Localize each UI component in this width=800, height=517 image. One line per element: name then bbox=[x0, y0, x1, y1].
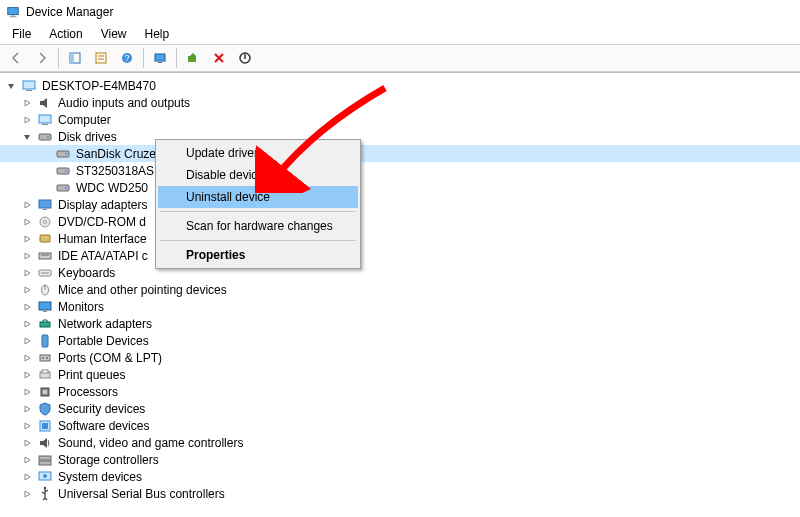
tree-category-monitors[interactable]: Monitors bbox=[0, 298, 800, 315]
monitors-icon bbox=[37, 299, 53, 315]
menu-action[interactable]: Action bbox=[41, 25, 90, 43]
collapse-icon[interactable] bbox=[20, 130, 34, 144]
expand-icon[interactable] bbox=[20, 436, 34, 450]
tree-category-ide[interactable]: IDE ATA/ATAPI c bbox=[0, 247, 800, 264]
ctx-uninstall-device[interactable]: Uninstall device bbox=[158, 186, 358, 208]
svg-rect-11 bbox=[158, 62, 162, 63]
processors-icon bbox=[37, 384, 53, 400]
uninstall-button[interactable] bbox=[207, 46, 231, 70]
forward-button[interactable] bbox=[30, 46, 54, 70]
svg-rect-49 bbox=[42, 423, 48, 429]
expand-icon[interactable] bbox=[20, 300, 34, 314]
audio-icon bbox=[37, 95, 53, 111]
tree-category-software[interactable]: Software devices bbox=[0, 417, 800, 434]
category-label: Security devices bbox=[56, 402, 147, 416]
menu-file[interactable]: File bbox=[4, 25, 39, 43]
expand-icon[interactable] bbox=[20, 113, 34, 127]
svg-rect-31 bbox=[39, 253, 51, 259]
menu-view[interactable]: View bbox=[93, 25, 135, 43]
svg-rect-5 bbox=[96, 53, 106, 63]
svg-rect-24 bbox=[57, 185, 69, 191]
expand-icon[interactable] bbox=[20, 232, 34, 246]
category-label: Sound, video and game controllers bbox=[56, 436, 245, 450]
tree-root[interactable]: DESKTOP-E4MB470 bbox=[0, 77, 800, 94]
show-hide-tree-button[interactable] bbox=[63, 46, 87, 70]
svg-rect-20 bbox=[57, 151, 69, 157]
help-button[interactable]: ? bbox=[115, 46, 139, 70]
scan-hardware-button[interactable] bbox=[148, 46, 172, 70]
tree-device-sandisk[interactable]: SanDisk Cruzer Force USB Device bbox=[0, 145, 800, 162]
svg-point-42 bbox=[42, 357, 44, 359]
category-label: Mice and other pointing devices bbox=[56, 283, 229, 297]
tree-category-security[interactable]: Security devices bbox=[0, 400, 800, 417]
keyboards-icon bbox=[37, 265, 53, 281]
expand-icon[interactable] bbox=[20, 453, 34, 467]
tree-category-usb[interactable]: Universal Serial Bus controllers bbox=[0, 485, 800, 502]
toolbar-separator bbox=[58, 48, 59, 68]
ctx-update-driver[interactable]: Update driver bbox=[158, 142, 358, 164]
svg-point-29 bbox=[44, 220, 47, 223]
toolbar: ? bbox=[0, 44, 800, 72]
expand-icon[interactable] bbox=[20, 96, 34, 110]
expand-icon[interactable] bbox=[20, 487, 34, 501]
window-title: Device Manager bbox=[26, 5, 113, 19]
svg-point-54 bbox=[44, 486, 46, 488]
expand-icon[interactable] bbox=[20, 317, 34, 331]
device-tree: DESKTOP-E4MB470 Audio inputs and outputs… bbox=[0, 72, 800, 517]
expand-icon[interactable] bbox=[20, 215, 34, 229]
print-icon bbox=[37, 367, 53, 383]
tree-category-audio[interactable]: Audio inputs and outputs bbox=[0, 94, 800, 111]
expand-icon[interactable] bbox=[20, 368, 34, 382]
tree-category-dvd[interactable]: DVD/CD-ROM d bbox=[0, 213, 800, 230]
category-label: Universal Serial Bus controllers bbox=[56, 487, 227, 501]
software-icon bbox=[37, 418, 53, 434]
tree-category-portable[interactable]: Portable Devices bbox=[0, 332, 800, 349]
svg-rect-17 bbox=[42, 124, 48, 125]
tree-category-computer[interactable]: Computer bbox=[0, 111, 800, 128]
ide-icon bbox=[37, 248, 53, 264]
collapse-icon[interactable] bbox=[4, 79, 18, 93]
tree-category-keyboards[interactable]: Keyboards bbox=[0, 264, 800, 281]
expand-icon[interactable] bbox=[20, 198, 34, 212]
expand-icon[interactable] bbox=[20, 334, 34, 348]
toolbar-separator bbox=[143, 48, 144, 68]
svg-rect-15 bbox=[26, 90, 32, 91]
category-label: Software devices bbox=[56, 419, 151, 433]
expand-icon[interactable] bbox=[20, 283, 34, 297]
expand-icon[interactable] bbox=[20, 249, 34, 263]
expand-icon[interactable] bbox=[20, 385, 34, 399]
category-label: Monitors bbox=[56, 300, 106, 314]
tree-category-system[interactable]: System devices bbox=[0, 468, 800, 485]
tree-device-wdc[interactable]: WDC WD250 bbox=[0, 179, 800, 196]
tree-category-sound[interactable]: Sound, video and game controllers bbox=[0, 434, 800, 451]
tree-category-processors[interactable]: Processors bbox=[0, 383, 800, 400]
tree-category-display[interactable]: Display adapters bbox=[0, 196, 800, 213]
disable-button[interactable] bbox=[233, 46, 257, 70]
svg-rect-4 bbox=[70, 53, 74, 63]
tree-category-print[interactable]: Print queues bbox=[0, 366, 800, 383]
tree-category-hid[interactable]: Human Interface bbox=[0, 230, 800, 247]
expand-icon[interactable] bbox=[20, 351, 34, 365]
tree-category-storage[interactable]: Storage controllers bbox=[0, 451, 800, 468]
expand-icon[interactable] bbox=[20, 470, 34, 484]
menu-help[interactable]: Help bbox=[137, 25, 178, 43]
tree-device-st3250[interactable]: ST3250318AS bbox=[0, 162, 800, 179]
tree-category-disk[interactable]: Disk drives bbox=[0, 128, 800, 145]
ctx-scan-hardware[interactable]: Scan for hardware changes bbox=[158, 215, 358, 237]
category-label: Human Interface bbox=[56, 232, 149, 246]
ctx-properties[interactable]: Properties bbox=[158, 244, 358, 266]
expand-icon[interactable] bbox=[20, 402, 34, 416]
svg-rect-47 bbox=[43, 390, 47, 394]
tree-category-mice[interactable]: Mice and other pointing devices bbox=[0, 281, 800, 298]
category-label: Display adapters bbox=[56, 198, 149, 212]
expand-icon[interactable] bbox=[20, 266, 34, 280]
tree-category-ports[interactable]: Ports (COM & LPT) bbox=[0, 349, 800, 366]
ctx-disable-device[interactable]: Disable device bbox=[158, 164, 358, 186]
properties-button[interactable] bbox=[89, 46, 113, 70]
back-button[interactable] bbox=[4, 46, 28, 70]
storage-icon bbox=[37, 452, 53, 468]
tree-category-network[interactable]: Network adapters bbox=[0, 315, 800, 332]
update-driver-button[interactable] bbox=[181, 46, 205, 70]
expand-icon[interactable] bbox=[20, 419, 34, 433]
svg-rect-18 bbox=[39, 134, 51, 140]
